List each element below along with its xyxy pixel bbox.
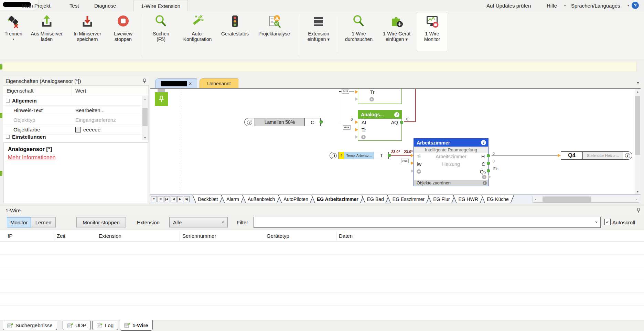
monitor-button[interactable]: Monitor [7, 217, 31, 227]
menu-tab-test[interactable]: Test [67, 0, 81, 11]
sheet-tab-aussenbreich[interactable]: Außenbreich [242, 195, 280, 203]
port-tr[interactable]: Tr [370, 89, 375, 95]
input-connector-gray[interactable] [355, 97, 358, 101]
doc-tab-unbenannt[interactable]: Unbenannt [200, 78, 238, 88]
property-row-objektfarbe[interactable]: Objektfarbe eeeeee [3, 125, 148, 135]
properties-scrollbar[interactable]: ▲ ▼ [142, 96, 148, 140]
scroll-down-icon[interactable]: ▼ [142, 135, 148, 140]
menu-help[interactable]: Hilfe [545, 0, 559, 11]
col-ip[interactable]: IP [8, 233, 12, 239]
tab-udp[interactable]: UDP [63, 321, 91, 330]
port-q4[interactable]: Q4 [561, 152, 582, 159]
first-sheet-icon[interactable]: ◀ [164, 196, 170, 202]
assign-objects-icon[interactable] [483, 181, 487, 185]
canvas-vertical-scrollbar[interactable]: ▲ ▼ [635, 88, 641, 194]
col-daten[interactable]: Daten [339, 233, 353, 239]
scroll-up-icon[interactable]: ▲ [635, 89, 641, 94]
input-connector[interactable] [355, 120, 358, 124]
menu-tab-mein-projekt[interactable]: Mein Projekt [20, 0, 52, 11]
suchen-button[interactable]: Suchen (F5) [146, 12, 176, 51]
scroll-down-icon[interactable]: ▼ [635, 189, 641, 194]
property-value[interactable]: Bearbeiten... [72, 106, 148, 115]
info-icon[interactable]: i [247, 120, 252, 125]
property-row-hinweis[interactable]: Hinweis-Text Bearbeiten... [3, 106, 148, 115]
port-c[interactable]: C [482, 161, 485, 167]
input-connector[interactable] [411, 161, 414, 165]
liveview-stoppen-button[interactable]: Liveview stoppen [109, 12, 138, 51]
docked-pin-icon[interactable] [0, 64, 2, 70]
menu-languages[interactable]: Sprachen/Languages [569, 0, 622, 11]
sheet-tab-eg-bad[interactable]: EG Bad [362, 195, 389, 203]
port-qs[interactable]: Qs [480, 169, 486, 174]
scrollbar-thumb[interactable] [635, 96, 640, 155]
input-connector[interactable] [411, 154, 414, 157]
add-input-icon[interactable] [361, 135, 366, 139]
onewire-durchsuchen-button[interactable]: 1-Wire durchsuchen [341, 12, 377, 51]
output-connector[interactable] [487, 169, 490, 172]
geraetestatus-button[interactable]: Gerätestatus [218, 12, 252, 51]
lernen-button[interactable]: Lernen [31, 217, 56, 227]
input-connector-gray[interactable] [411, 169, 414, 173]
help-badge-icon[interactable]: ? [632, 2, 639, 9]
output-connector[interactable] [320, 120, 323, 124]
output-connector[interactable] [400, 121, 403, 124]
input-connector[interactable] [355, 128, 358, 131]
help-dropdown-icon[interactable]: ▾ [564, 4, 566, 7]
port-tr[interactable]: Tr [362, 127, 366, 133]
block-analogsensor[interactable]: Analogs... i AI Tr AQ [358, 110, 402, 141]
sheet-tab-eg-esszimmer[interactable]: EG Esszimmer [387, 195, 430, 203]
filter-combobox[interactable]: ˅ [254, 217, 601, 228]
doc-tab-redacted[interactable]: × [155, 78, 197, 88]
col-seriennummer[interactable]: Seriennummer [182, 233, 216, 239]
more-info-link[interactable]: Mehr Informationen [8, 154, 56, 160]
col-zeit[interactable]: Zeit [57, 233, 65, 239]
prev-sheet-icon[interactable]: ◀ [171, 196, 176, 202]
property-group-row-partial[interactable]: Einstellungen [3, 135, 148, 139]
output-connector-gray[interactable] [488, 175, 491, 179]
info-icon[interactable]: i [332, 153, 337, 158]
add-input-icon[interactable] [417, 169, 421, 174]
output-connector[interactable] [487, 154, 490, 157]
collapse-icon[interactable] [6, 135, 10, 139]
extension-einfuegen-button[interactable]: Extension einfügen ▾ [301, 12, 336, 51]
info-icon[interactable]: i [394, 112, 399, 117]
col-geraetetyp[interactable]: Gerätetyp [267, 233, 289, 239]
port-t[interactable]: T [374, 152, 388, 159]
add-input-icon[interactable] [369, 97, 374, 102]
sheet-tab-autopiloten[interactable]: AutoPiloten [278, 195, 314, 203]
tab-overflow-icon[interactable]: ▼ [636, 81, 640, 85]
col-extension[interactable]: Extension [99, 233, 121, 239]
chevron-down-icon[interactable]: ˅ [595, 220, 598, 225]
sheet-list-icon[interactable]: ⊞ [158, 196, 163, 202]
sheet-tab-deckblatt[interactable]: Deckblatt [192, 195, 223, 203]
monitor-stoppen-button[interactable]: Monitor stoppen [76, 217, 126, 227]
menu-tab-diagnose[interactable]: Diagnose [92, 0, 118, 11]
trennen-button[interactable]: Trennen ▾ [1, 12, 25, 51]
aus-miniserver-laden-button[interactable]: Aus Miniserver laden [28, 12, 66, 51]
input-connector[interactable] [355, 90, 358, 94]
tab-suchergebnisse[interactable]: Suchergebnisse [3, 321, 57, 330]
pin-icon[interactable] [142, 78, 147, 84]
next-sheet-icon[interactable]: ▶ [177, 196, 183, 202]
port-c[interactable]: C [304, 118, 320, 126]
sensor-temp-arbeitszimmer[interactable]: i 4 Temp. Arbeitsz... T [330, 152, 389, 159]
languages-dropdown-icon[interactable]: ▾ [627, 4, 629, 7]
add-output-icon[interactable] [482, 175, 486, 179]
sheet-tab-eg-kueche[interactable]: EG Küche [481, 195, 514, 203]
onewire-monitor-button[interactable]: 1-Wire Monitor [417, 12, 447, 51]
scrollbar-thumb[interactable] [142, 108, 148, 126]
property-value[interactable]: eeeeee [83, 127, 100, 132]
diagram-canvas[interactable]: Tr Aus Analogs... i AI Tr AQ 0 Aus 0 i L… [150, 88, 635, 194]
scroll-left-icon[interactable]: ‹ [533, 196, 538, 202]
last-sheet-icon[interactable]: ▶ [184, 196, 190, 202]
menu-check-updates[interactable]: Auf Updates prüfen [484, 0, 533, 11]
sheet-tab-eg-arbeitszimmer[interactable]: EG Arbeitszimmer [311, 195, 364, 203]
color-swatch[interactable] [75, 127, 81, 132]
output-connector[interactable] [388, 154, 391, 157]
port-ai[interactable]: AI [362, 120, 366, 125]
pin-icon[interactable] [636, 208, 641, 213]
projektanalyse-button[interactable]: Projektanalyse [253, 12, 295, 51]
onewire-geraet-einfuegen-button[interactable]: 1-Wire Gerät einfügen ▾ [378, 12, 415, 51]
sheet-horizontal-scrollbar[interactable]: ‹ › [533, 196, 639, 203]
input-connector[interactable] [558, 154, 561, 157]
